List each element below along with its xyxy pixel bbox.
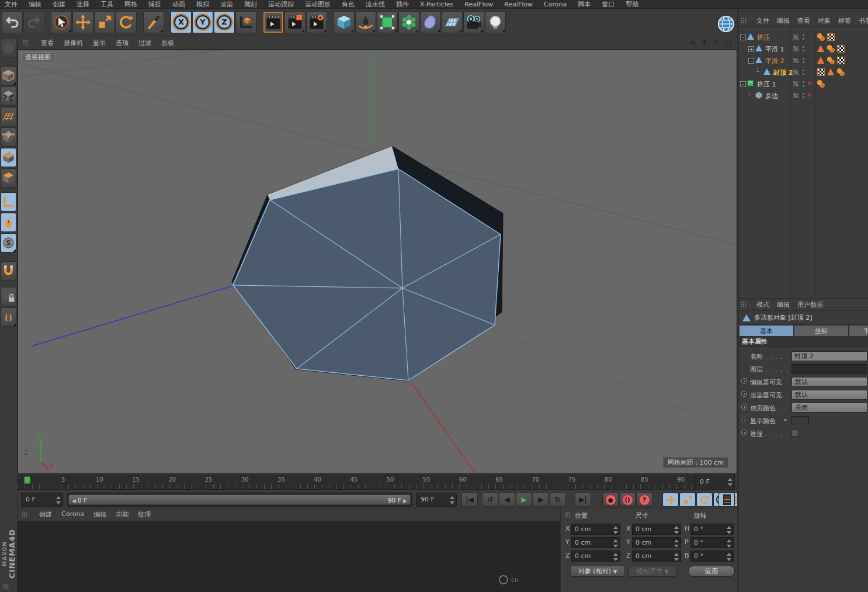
object-menu-item[interactable]: 书签 <box>859 16 868 25</box>
edges-mode-button[interactable] <box>1 148 16 167</box>
knife-button[interactable] <box>143 11 164 33</box>
menubar-item[interactable]: 工具 <box>100 0 113 9</box>
object-row[interactable]: └封顶 2 <box>739 67 868 78</box>
旋转-H-field[interactable]: 0 ° <box>690 524 734 535</box>
stepper-icon[interactable] <box>726 539 731 548</box>
expand-toggle-icon[interactable]: - <box>748 58 754 64</box>
位置-Y-field[interactable]: 0 cm <box>571 537 620 548</box>
preview-range-slider[interactable]: ◀ 0 F 90 F ▶ <box>67 493 412 507</box>
polygons-mode-button[interactable] <box>1 168 16 188</box>
model-mode-button[interactable] <box>1 66 16 85</box>
viewport-menu-item[interactable]: 过滤 <box>138 39 151 47</box>
expand-toggle-icon[interactable]: + <box>748 46 754 52</box>
object-name[interactable]: 多边 <box>765 92 778 101</box>
stepper-icon[interactable] <box>673 552 679 562</box>
object-row[interactable]: +平滑 1 <box>739 43 868 55</box>
record-rotation-button[interactable] <box>696 493 713 507</box>
object-row[interactable]: -挤压 1× <box>739 78 868 90</box>
menubar-item[interactable]: 流水线 <box>366 0 385 9</box>
checker-tag-icon[interactable] <box>837 45 845 53</box>
menubar-item[interactable]: 运动图形 <box>305 0 331 9</box>
ngon-object-icon[interactable] <box>755 92 762 99</box>
disabled-cross-icon[interactable]: × <box>807 91 812 99</box>
range-handle[interactable]: ◀ 0 F 90 F ▶ <box>68 494 411 505</box>
coord-system-button[interactable] <box>235 11 256 33</box>
display-mode-icon[interactable] <box>793 92 799 99</box>
object-name[interactable]: 封顶 2 <box>773 68 793 77</box>
viewport-menu-item[interactable]: 查看 <box>41 39 54 47</box>
keyframe-circle-icon[interactable] <box>741 430 747 435</box>
stepper-icon[interactable] <box>673 525 679 535</box>
frame-spinner-right[interactable]: 0 F <box>695 475 735 490</box>
attribute-menu-item[interactable]: 模式 <box>756 300 769 309</box>
prev-key-button[interactable]: ↺ <box>482 493 498 507</box>
visibility-dots-icon[interactable] <box>803 58 804 60</box>
menubar-item[interactable]: 雕刻 <box>244 0 257 9</box>
使用颜色-dropdown[interactable]: 关闭 <box>791 403 867 413</box>
object-row[interactable]: └多边× <box>739 90 868 102</box>
triangle-tag-icon[interactable] <box>827 68 834 75</box>
light-button[interactable] <box>485 11 506 33</box>
stepper-icon[interactable] <box>727 477 732 487</box>
viewport-tweak-button[interactable] <box>1 213 16 232</box>
drag-handle-icon[interactable] <box>741 18 747 24</box>
playhead[interactable] <box>24 476 30 484</box>
lock-z-button[interactable]: Z <box>214 11 235 33</box>
menubar-item[interactable]: 动画 <box>172 0 185 9</box>
play-button[interactable]: ▶ <box>516 493 532 507</box>
lock-workplane-button[interactable] <box>1 287 16 306</box>
object-name[interactable]: 挤压 1 <box>757 80 776 89</box>
display-mode-icon[interactable] <box>793 46 799 52</box>
rotate-button[interactable] <box>116 11 137 33</box>
next-key-button[interactable]: ↻ <box>550 493 566 507</box>
旋转-P-field[interactable]: 0 ° <box>690 537 734 548</box>
render-picture-button[interactable] <box>284 11 305 33</box>
visibility-dots-icon[interactable] <box>803 70 804 71</box>
visibility-dots-icon[interactable] <box>803 93 804 95</box>
menubar-item[interactable]: 选择 <box>77 0 89 9</box>
snap-button[interactable]: S <box>1 233 16 252</box>
material-menu-item[interactable]: 创建 <box>39 510 52 519</box>
渲染器可见-dropdown[interactable]: 默认 <box>791 390 867 400</box>
scale-button[interactable] <box>94 11 115 33</box>
balls-tag-icon[interactable] <box>837 68 845 76</box>
visibility-dots-icon[interactable] <box>803 81 804 83</box>
primitive-cube-button[interactable] <box>334 11 355 33</box>
尺寸-Z-field[interactable]: 0 cm <box>632 551 681 562</box>
drag-handle-icon[interactable] <box>741 302 747 308</box>
menubar-item[interactable]: 编辑 <box>29 0 41 9</box>
object-menu-item[interactable]: 编辑 <box>777 16 790 25</box>
render-settings-button[interactable] <box>306 11 327 33</box>
viewport-menu-item[interactable]: 摄像机 <box>64 39 83 47</box>
lock-x-button[interactable]: X <box>171 11 192 33</box>
expand-toggle-icon[interactable]: - <box>740 81 746 87</box>
visibility-dots-icon[interactable] <box>803 34 804 36</box>
render-queue-button[interactable] <box>718 493 735 507</box>
balls-tag-icon[interactable] <box>817 33 825 41</box>
stepper-icon[interactable] <box>613 552 618 562</box>
menubar-item[interactable]: X-Particles <box>420 1 453 8</box>
tab-phong[interactable]: 平滑着色 <box>849 325 868 337</box>
workplane-grid-button[interactable] <box>1 307 16 327</box>
object-name[interactable]: 平滑 1 <box>765 45 784 54</box>
next-frame-button[interactable]: ▶ <box>533 493 549 507</box>
material-menu-item[interactable]: Corona <box>61 510 84 519</box>
stepper-icon[interactable] <box>726 525 731 535</box>
menubar-item[interactable]: RealFlow <box>464 1 493 8</box>
zoom-view-icon[interactable] <box>700 38 709 47</box>
extrude-object-icon[interactable] <box>747 80 754 86</box>
display-mode-icon[interactable] <box>793 34 799 40</box>
viewport-menu-item[interactable]: 面板 <box>161 39 174 47</box>
subdivision-object-icon[interactable] <box>747 33 754 40</box>
globe-icon[interactable] <box>717 15 735 33</box>
menubar-item[interactable]: 窗口 <box>602 0 614 9</box>
drag-handle-icon[interactable] <box>565 512 571 518</box>
stepper-icon[interactable] <box>449 496 454 505</box>
stepper-icon[interactable] <box>55 496 61 505</box>
menubar-item[interactable]: 捕捉 <box>148 0 161 9</box>
menubar-item[interactable]: 角色 <box>342 0 355 9</box>
render-view-button[interactable] <box>263 11 284 33</box>
viewport-menu-item[interactable]: 选项 <box>116 39 129 47</box>
menubar-item[interactable]: 文件 <box>5 0 18 9</box>
menubar-item[interactable]: RealFlow <box>504 1 533 8</box>
